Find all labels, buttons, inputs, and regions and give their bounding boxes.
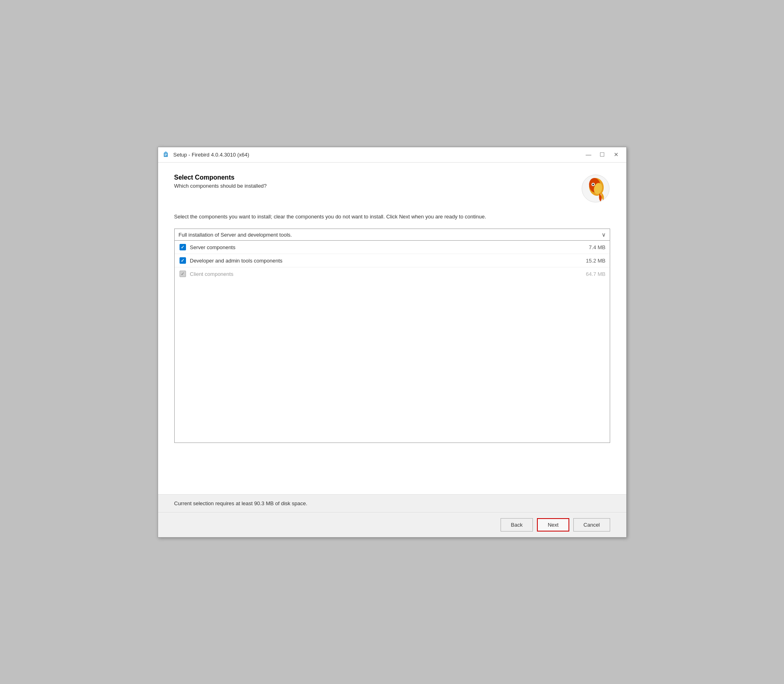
close-button[interactable]: ✕	[611, 149, 621, 160]
devtools-checkbox[interactable]	[179, 256, 187, 265]
page-title: Select Components	[174, 174, 267, 181]
devtools-checkbox-checked	[180, 257, 186, 264]
client-checkbox-partial	[180, 271, 186, 277]
install-type-dropdown[interactable]: Full installation of Server and developm…	[174, 229, 610, 241]
component-item-devtools[interactable]: Developer and admin tools components 15.…	[175, 254, 610, 267]
minimize-button[interactable]: —	[583, 149, 594, 160]
header-text: Select Components Which components shoul…	[174, 174, 267, 189]
components-list: Server components 7.4 MB Developer and a…	[174, 241, 610, 443]
setup-window: Setup - Firebird 4.0.4.3010 (x64) — ☐ ✕ …	[158, 147, 627, 538]
client-component-size: 64.7 MB	[581, 271, 606, 277]
devtools-component-size: 15.2 MB	[581, 258, 606, 264]
svg-rect-3	[165, 155, 167, 155]
app-icon	[163, 151, 170, 158]
content-area: Select Components Which components shoul…	[158, 163, 626, 494]
svg-point-10	[592, 184, 594, 185]
svg-rect-2	[165, 154, 167, 154]
next-button[interactable]: Next	[537, 518, 569, 532]
svg-marker-1	[164, 151, 168, 153]
component-item-server[interactable]: Server components 7.4 MB	[175, 241, 610, 254]
cancel-button[interactable]: Cancel	[573, 518, 610, 532]
button-bar: Back Next Cancel	[158, 512, 626, 537]
devtools-component-label: Developer and admin tools components	[190, 258, 581, 264]
title-bar-left: Setup - Firebird 4.0.4.3010 (x64)	[163, 151, 249, 158]
maximize-button[interactable]: ☐	[597, 149, 608, 160]
client-component-label: Client components	[190, 271, 581, 277]
header-section: Select Components Which components shoul…	[174, 174, 610, 203]
server-checkbox[interactable]	[179, 243, 187, 251]
description-text: Select the components you want to instal…	[174, 213, 610, 221]
server-checkbox-checked	[180, 244, 186, 250]
dropdown-label: Full installation of Server and developm…	[179, 232, 292, 238]
server-component-size: 7.4 MB	[581, 244, 606, 250]
status-text: Current selection requires at least 90.3…	[174, 500, 308, 506]
page-subtitle: Which components should be installed?	[174, 183, 267, 189]
status-bar: Current selection requires at least 90.3…	[158, 494, 626, 512]
firebird-logo	[581, 174, 610, 203]
back-button[interactable]: Back	[501, 518, 533, 532]
title-bar: Setup - Firebird 4.0.4.3010 (x64) — ☐ ✕	[158, 147, 626, 163]
dropdown-arrow-icon: ∨	[602, 231, 606, 238]
server-component-label: Server components	[190, 244, 581, 250]
client-checkbox[interactable]	[179, 270, 187, 278]
window-title: Setup - Firebird 4.0.4.3010 (x64)	[173, 152, 249, 158]
svg-rect-4	[165, 155, 166, 156]
title-bar-controls: — ☐ ✕	[583, 149, 621, 160]
component-item-client[interactable]: Client components 64.7 MB	[175, 267, 610, 280]
